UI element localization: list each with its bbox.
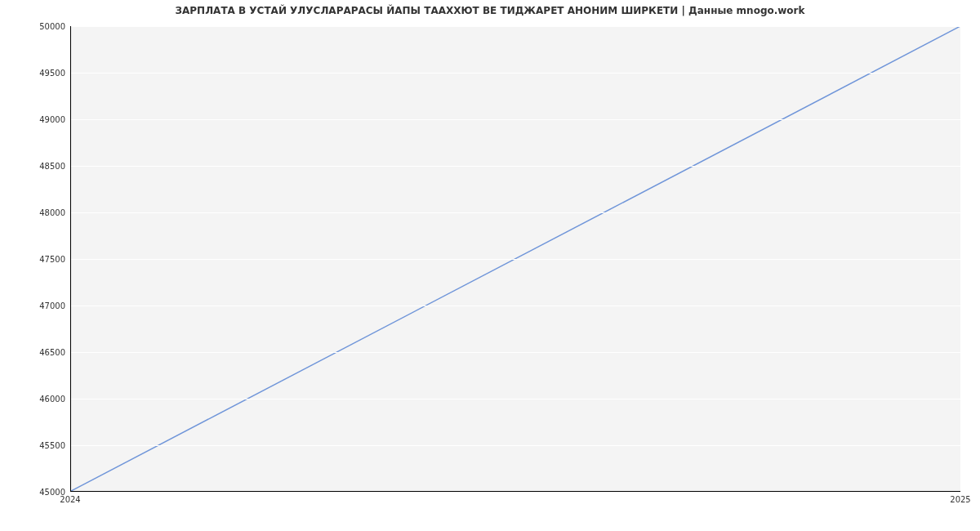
gridline	[71, 259, 960, 260]
x-tick-label: 2024	[60, 495, 80, 504]
gridline	[71, 445, 960, 446]
y-tick-label: 50000	[8, 22, 65, 31]
gridline	[71, 306, 960, 306]
gridline	[71, 492, 960, 493]
plot-area	[70, 26, 960, 492]
gridline	[71, 73, 960, 74]
chart-title: ЗАРПЛАТА В УСТАЙ УЛУСЛАРАРАСЫ ЙАПЫ ТААХХ…	[0, 5, 980, 16]
y-tick-label: 48000	[8, 208, 65, 217]
salary-chart: ЗАРПЛАТА В УСТАЙ УЛУСЛАРАРАСЫ ЙАПЫ ТААХХ…	[0, 0, 980, 531]
y-tick-label: 45500	[8, 441, 65, 450]
gridline	[71, 119, 960, 120]
gridline	[71, 166, 960, 167]
y-tick-label: 47000	[8, 301, 65, 310]
y-tick-label: 46500	[8, 348, 65, 357]
y-tick-label: 49000	[8, 115, 65, 124]
y-tick-label: 46000	[8, 395, 65, 404]
gridline	[71, 352, 960, 353]
y-tick-label: 48500	[8, 162, 65, 171]
y-tick-label: 47500	[8, 255, 65, 264]
y-tick-label: 49500	[8, 69, 65, 78]
gridline	[71, 26, 960, 27]
x-tick-label: 2025	[950, 495, 970, 504]
gridline	[71, 399, 960, 399]
y-tick-label: 45000	[8, 488, 65, 497]
gridline	[71, 212, 960, 213]
